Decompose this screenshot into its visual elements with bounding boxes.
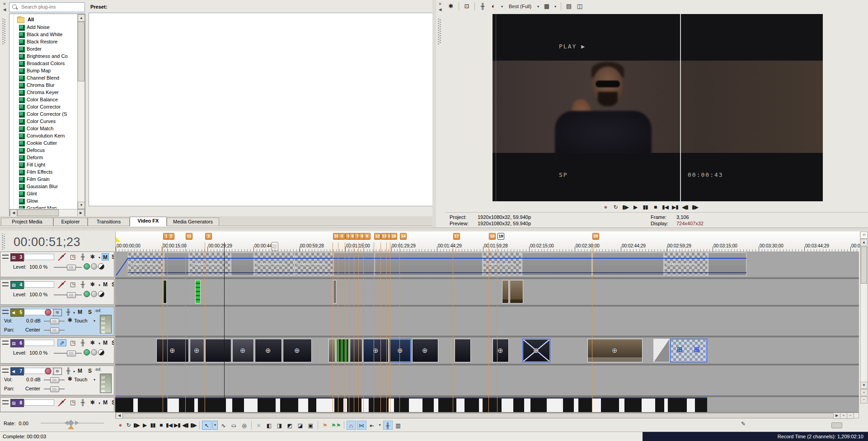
tree-item[interactable]: Border (9, 46, 77, 53)
tree-item[interactable]: Fill Light (9, 161, 77, 169)
track-height-toggle-icon[interactable] (2, 400, 9, 406)
tree-item[interactable]: Cookie Cutter (9, 140, 77, 147)
tree-hscroll-thumb[interactable] (17, 209, 59, 216)
enable-snapping-button[interactable]: ∩ (347, 421, 356, 430)
tree-vscroll-thumb[interactable] (78, 22, 84, 81)
pause-button[interactable]: ▮▮ (642, 204, 649, 211)
marker-tool-icon[interactable]: ⊓ (860, 232, 868, 239)
compositing-parent-icon[interactable] (98, 291, 104, 297)
vol-slider-thumb[interactable] (50, 377, 59, 383)
marker-flag-9[interactable]: 9 (364, 233, 371, 240)
automation-write-gear-icon[interactable]: ✱ (66, 375, 75, 383)
event-clip[interactable] (350, 339, 362, 362)
mute-button[interactable]: M (102, 399, 109, 406)
marker-flag-18[interactable]: 18 (489, 233, 496, 240)
track-header-5[interactable]: ◀5≋╫▾MS-Inf.12243648Vol:0.0 dB✱Touch▾Pan… (0, 307, 114, 336)
track-lane-7[interactable] (115, 365, 859, 395)
track-motion-button[interactable]: ◳ (68, 399, 77, 406)
track-lane-4[interactable] (115, 279, 859, 305)
automation-mode-dropdown[interactable]: ▾ (92, 378, 97, 382)
cursor-timecode-display[interactable]: 00:00:51;23 (14, 235, 110, 249)
plugin-tree[interactable]: AllAdd NoiseBlack and WhiteBlack Restore… (9, 14, 85, 217)
track-lane-8[interactable] (115, 397, 859, 412)
timeline-vscrollbar[interactable]: ⊓ ▲ ▼ + − (860, 232, 868, 413)
marker-flag-14[interactable]: 14 (400, 233, 407, 240)
record-button[interactable]: ● (117, 422, 124, 429)
track-lane-5[interactable] (115, 307, 859, 336)
insert-marker-button[interactable]: ⚑ (320, 421, 330, 430)
event-clip[interactable]: ⊕ (389, 339, 411, 362)
marker-flag-3[interactable]: 3 (205, 233, 212, 240)
event-clip-strip[interactable] (115, 397, 707, 412)
hscroll-thumb[interactable] (122, 413, 834, 418)
loop-playback-button[interactable]: ↻ (612, 204, 619, 211)
event-clip[interactable] (333, 280, 337, 303)
automation-write-gear-icon[interactable]: ✱ (66, 317, 75, 324)
vol-slider-thumb[interactable] (50, 318, 59, 324)
arm-for-record-button[interactable] (45, 368, 52, 375)
pan-slider-thumb[interactable] (50, 386, 59, 392)
tree-item[interactable]: Color Balance (9, 96, 77, 104)
scroll-down-icon[interactable]: ▼ (78, 202, 85, 209)
track-height-toggle-icon[interactable] (2, 309, 9, 316)
tree-item[interactable]: Color Corrector (9, 104, 77, 111)
automation-dropdown[interactable]: ▾ (97, 283, 102, 287)
external-monitor-icon[interactable]: ⊡ (462, 2, 471, 11)
event-clip[interactable]: ⊕ (232, 339, 254, 362)
stop-button[interactable]: ■ (652, 204, 659, 211)
pan-crop-icon[interactable]: ⊕ (612, 346, 618, 355)
bypass-motion-blur-button[interactable]: ⇗ (57, 253, 66, 261)
automation-settings-button[interactable]: ✱ (88, 253, 97, 261)
track-fx-button[interactable]: ╫ (78, 281, 87, 288)
track-height-toggle-icon[interactable] (2, 340, 9, 346)
record-button[interactable]: ● (602, 204, 609, 211)
loop-playback-button[interactable]: ↻ (125, 422, 132, 429)
previous-frame-button[interactable]: ◀▮ (681, 204, 689, 211)
tab-media-generators[interactable]: Media Generators (167, 218, 219, 226)
compositing-mode-icon[interactable] (84, 263, 90, 270)
pause-button[interactable]: ▮▮ (149, 422, 156, 429)
tree-root-item[interactable]: All (9, 16, 77, 24)
pan-crop-icon[interactable]: ⊕ (533, 346, 539, 355)
level-slider-thumb[interactable] (67, 351, 76, 356)
compositing-mode-icon[interactable] (84, 349, 90, 356)
vscroll-track[interactable] (860, 246, 868, 382)
track-header-7[interactable]: ◀7≋╫▾MS-Inf.12243648Vol:0.0 dB✱Touch▾Pan… (0, 365, 114, 395)
tree-hscrollbar[interactable]: ◀ ▶ (9, 209, 85, 217)
level-slider-thumb[interactable] (67, 292, 76, 298)
rate-scrub-slider[interactable] (41, 423, 104, 423)
solo-button[interactable]: S (110, 399, 114, 406)
pan-crop-icon[interactable]: ⊕ (240, 346, 246, 355)
pan-crop-icon[interactable]: ⊕ (497, 346, 503, 355)
auto-ripple-button[interactable]: ⇤ (367, 421, 377, 430)
tree-item[interactable]: Convolution Kern (9, 133, 77, 140)
stop-button[interactable]: ■ (157, 422, 164, 429)
mute-button[interactable]: M (102, 253, 109, 261)
solo-button[interactable]: S (86, 308, 94, 316)
dock-splitter[interactable] (432, 0, 436, 228)
tree-item[interactable]: Glint (9, 190, 77, 198)
event-clip[interactable]: ⊕ (493, 339, 509, 362)
grid-overlay-icon[interactable]: ▦ (542, 2, 551, 11)
tree-item[interactable]: Defocus (9, 147, 77, 154)
track-color-chip[interactable]: ◀5 (10, 308, 24, 317)
status-widget[interactable] (831, 422, 842, 428)
automation-settings-button[interactable]: ✱ (88, 399, 97, 406)
automation-settings-button[interactable]: ✱ (88, 339, 97, 346)
event-clip[interactable] (502, 280, 509, 303)
scroll-right-icon[interactable]: ▶ (77, 209, 84, 217)
event-clip[interactable]: ⊕ (283, 339, 312, 362)
zoom-out-track-button[interactable]: − (860, 396, 868, 403)
automation-dropdown[interactable]: ▾ (97, 401, 102, 405)
pan-crop-icon[interactable]: ⊕ (194, 346, 200, 355)
tree-item[interactable]: Color Curves (9, 118, 77, 125)
plugin-search-box[interactable] (9, 2, 85, 12)
track-lane-3[interactable]: @SahaiCreations@SahaiCreations@SahaiCrea… (115, 251, 859, 277)
edit-cursor[interactable] (224, 242, 225, 412)
go-to-start-button[interactable]: ▮◀ (662, 204, 669, 211)
track-motion-button[interactable]: ◳ (68, 339, 77, 346)
previous-frame-button[interactable]: ◀▮ (182, 422, 189, 429)
track-fx-button[interactable]: ╫ (78, 253, 87, 261)
solo-button[interactable]: S (110, 281, 114, 288)
pan-slider-thumb[interactable] (50, 327, 59, 333)
